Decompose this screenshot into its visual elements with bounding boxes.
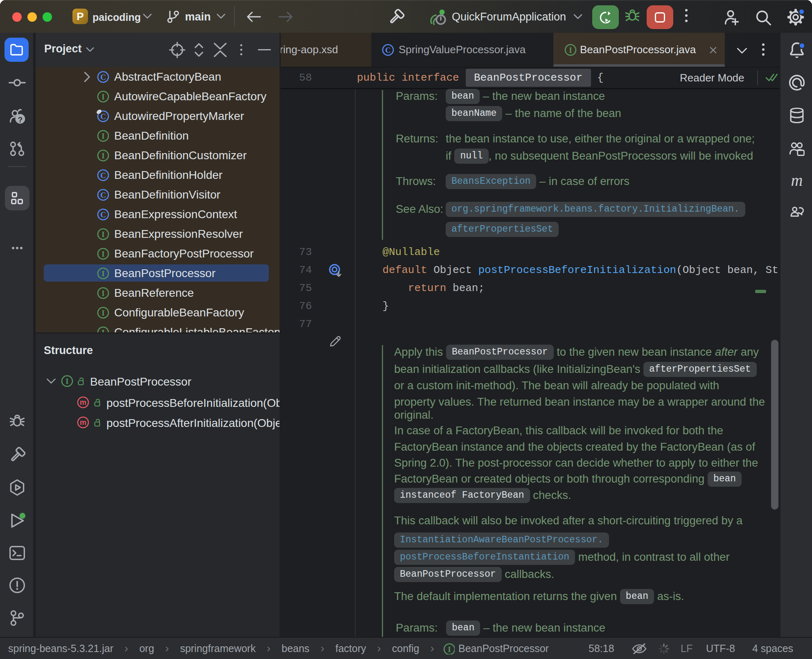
- svg-text:?: ?: [18, 115, 23, 124]
